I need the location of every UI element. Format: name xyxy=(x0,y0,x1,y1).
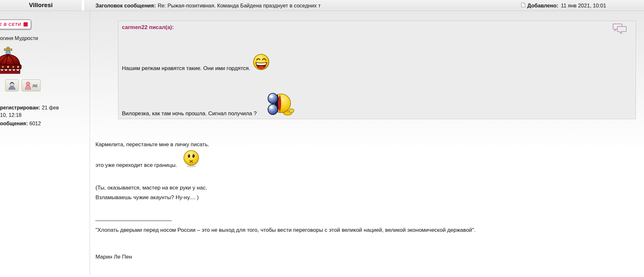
posted-line: Добавлено:11 янв 2021, 10:01 xyxy=(521,2,606,9)
quote-line-1: Нашим репкам нравятся такие. Они ими гор… xyxy=(122,55,270,72)
posted-label: Добавлено: xyxy=(527,3,558,9)
avatar xyxy=(0,46,22,75)
post-line-2-text: это уже переходит все границы. xyxy=(95,162,177,169)
status-label: Е В СЕТИ xyxy=(0,22,21,27)
profile-person-icon xyxy=(8,81,16,90)
pm-button[interactable]: лс xyxy=(22,79,41,91)
crown-avatar xyxy=(0,46,22,75)
user-rank: огиня Мудрости xyxy=(0,36,38,41)
posted-value: 11 янв 2021, 10:01 xyxy=(561,3,606,9)
post-line-2: это уже переходит все границы. xyxy=(95,151,200,169)
profile-button[interactable] xyxy=(5,79,19,91)
signature-author: Марин Ле Пен xyxy=(95,254,132,260)
posts-value: 6012 xyxy=(29,121,41,126)
poster-username[interactable]: Villoresi xyxy=(0,2,82,9)
header-bottom-border xyxy=(0,11,644,11)
online-status-square xyxy=(24,22,28,26)
column-divider xyxy=(90,11,90,275)
forum-post-view: Villoresi Заголовок сообщения:Re: Рыжая-… xyxy=(0,0,644,277)
pm-label: лс xyxy=(32,83,38,88)
post-line-4: Взламываешь чужие акаунты? Ну-ну.... ) xyxy=(95,194,199,201)
quote-attribution[interactable]: carmen22 писал(а): xyxy=(122,24,174,31)
binoculars-emoji xyxy=(261,92,294,117)
pm-person-icon xyxy=(25,81,32,90)
subject-line: Заголовок сообщения:Re: Рыжая-позитивная… xyxy=(95,3,321,9)
quote-line-1-text: Нашим репкам нравятся такие. Они ими гор… xyxy=(122,65,250,72)
quote-line-2: Вилорезка, как там ночь прошла. Сигнал п… xyxy=(122,93,294,117)
quote-box: carmen22 писал(а): Нашим репкам нравятся… xyxy=(118,21,636,119)
subject-text: Re: Рыжая-позитивная. Команда Байдена пр… xyxy=(158,3,321,8)
quote-bubbles-icon[interactable] xyxy=(612,23,627,36)
posts-info: ообщения:6012 xyxy=(0,121,41,127)
page-icon xyxy=(521,2,525,9)
signature-quote: "Хлопать дверьми перед носом России – эт… xyxy=(95,225,641,235)
joined-info: регистрирован:21 фев 10, 12:18 xyxy=(0,104,66,119)
quote-line-2-text: Вилорезка, как там ночь прошла. Сигнал п… xyxy=(122,110,257,117)
secret-emoji xyxy=(182,149,200,169)
post-line-3: (Ты, оказывается, мастер на все руки у н… xyxy=(95,185,207,191)
joined-label: регистрирован: xyxy=(0,105,40,110)
online-status-badge[interactable]: Е В СЕТИ xyxy=(0,19,31,29)
post-line-1: Кармелита, перестаньте мне в личку писат… xyxy=(95,141,209,148)
signature-divider: _________________________ xyxy=(95,215,172,221)
posts-label: ообщения: xyxy=(0,121,28,126)
subject-label: Заголовок сообщения: xyxy=(95,3,156,8)
laughing-emoji xyxy=(253,54,270,72)
